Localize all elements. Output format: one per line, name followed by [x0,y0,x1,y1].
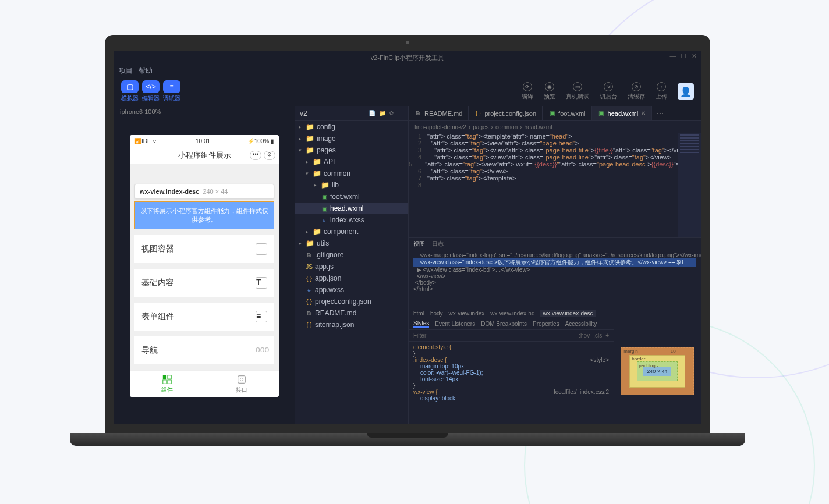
list-item[interactable]: 导航ooo [134,336,274,364]
phone-tabbar: 组件 接口 [130,370,279,397]
main-panels: iphone6 100% 📶IDE ᯤ 10:01 ⚡100% ▮ 小程序组件展… [114,106,701,424]
file-item[interactable]: { } app.json [295,272,408,284]
devtab-log[interactable]: 日志 [432,240,444,248]
devtab-view[interactable]: 视图 [413,240,425,248]
styles-tab[interactable]: Properties [533,321,559,327]
styles-tab[interactable]: Event Listeners [435,321,475,327]
add-rule-icon[interactable]: + [605,332,609,339]
menu-help[interactable]: 帮助 [139,66,153,76]
file-item[interactable]: { } project.config.json [295,296,408,307]
editor-tabs: 🗎README.md{ }project.config.json▣foot.wx… [409,106,701,121]
svg-rect-3 [168,379,171,383]
menu-project[interactable]: 项目 [119,66,133,76]
debugger-label: 调试器 [163,94,180,102]
navbar-title: 小程序组件展示 [178,150,231,161]
cls-toggle[interactable]: .cls [593,332,602,339]
styles-filter-row: Filter :hov .cls + [409,330,614,342]
folder-item[interactable]: ▸📁 utils [295,237,408,249]
folder-item[interactable]: ▾📁 pages [295,144,408,156]
upload-button[interactable]: ↑上传 [656,82,667,101]
preview-button[interactable]: ◉预览 [544,82,555,101]
list-item[interactable]: 基础内容T [134,269,274,297]
file-item[interactable]: 🗎 .gitignore [295,249,408,261]
inspected-element[interactable]: 以下将展示小程序官方组件能力，组件样式仅供参考。 [134,201,274,229]
tab-api[interactable]: 接口 [204,371,279,397]
list-item[interactable]: 表单组件≡ [134,303,274,331]
code-editor[interactable]: 1"attr"> class="tag"><template"attr"> na… [409,133,701,237]
file-item[interactable]: 🗎 README.md [295,307,408,319]
window-controls: — ☐ ✕ [669,52,697,59]
project-name: v2 [300,109,307,118]
svg-rect-4 [238,375,246,383]
editor-column: 🗎README.md{ }project.config.json▣foot.wx… [409,106,701,424]
user-avatar[interactable]: 👤 [678,83,694,100]
navbar-close-icon[interactable]: ⊙ [264,151,275,160]
window-title: v2-FinClip小程序开发工具 [371,54,445,62]
folder-item[interactable]: ▸📁 config [295,121,408,133]
phone-body[interactable]: wx-view.index-desc240 × 44 以下将展示小程序官方组件能… [130,164,279,370]
compile-button[interactable]: ⟳编译 [522,82,533,101]
folder-item[interactable]: ▸📁 component [295,226,408,237]
dom-path-segment[interactable]: wx-view.index-desc [540,310,595,317]
dom-path-segment[interactable]: html [413,310,424,317]
refresh-icon[interactable]: ⟳ [389,110,394,116]
tabs-more-icon[interactable]: ⋯ [652,106,668,120]
file-item[interactable]: # index.wxss [295,214,408,226]
file-item[interactable]: JS app.js [295,261,408,272]
remote-debug-button[interactable]: ▭真机调试 [566,82,589,101]
maximize-button[interactable]: ☐ [680,52,687,59]
filter-input[interactable]: Filter [413,332,426,339]
styles-tab[interactable]: Styles [413,320,429,328]
dom-selected-line[interactable]: <wx-view class="index-desc">以下将展示小程序官方组件… [413,258,696,267]
navbar-more-icon[interactable]: ••• [250,151,261,160]
laptop-frame: v2-FinClip小程序开发工具 — ☐ ✕ 项目 帮助 ▢模拟器 </>编辑… [105,35,710,446]
laptop-camera [406,41,409,44]
editor-tab[interactable]: ▣head.wxml✕ [592,106,653,120]
folder-item[interactable]: ▸📁 image [295,133,408,144]
styles-tab[interactable]: Accessibility [565,321,597,327]
battery-icon: ⚡100% ▮ [247,138,274,144]
dom-inspector[interactable]: <wx-image class="index-logo" src="../res… [409,250,701,308]
phone-statusbar: 📶IDE ᯤ 10:01 ⚡100% ▮ [130,135,279,147]
clear-cache-button[interactable]: ⊘清缓存 [628,82,645,101]
tab-close-icon[interactable]: ✕ [641,110,646,116]
simulator-panel: iphone6 100% 📶IDE ᯤ 10:01 ⚡100% ▮ 小程序组件展… [114,106,295,424]
editor-tab[interactable]: { }project.config.json [469,106,543,120]
file-item[interactable]: ▣ foot.wxml [295,191,408,203]
dom-path-segment[interactable]: wx-view.index [449,310,485,317]
simulator-device-label[interactable]: iphone6 100% [114,106,295,118]
folder-item[interactable]: ▸📁 API [295,156,408,168]
folder-item[interactable]: ▾📁 common [295,168,408,179]
editor-label: 编辑器 [142,94,160,102]
devtools-panel: 视图 日志 <wx-image class="index-logo" src="… [409,237,701,424]
editor-tab[interactable]: 🗎README.md [409,106,469,120]
styles-tabs: StylesEvent ListenersDOM BreakpointsProp… [409,318,614,330]
editor-toggle[interactable]: </> [142,80,160,93]
menubar: 项目 帮助 [114,64,701,77]
new-file-icon[interactable]: 📄 [369,110,375,116]
background-button[interactable]: ⇲切后台 [600,82,617,101]
new-folder-icon[interactable]: 📁 [379,110,386,116]
css-rules[interactable]: element.style { } .index-desc {<style> m… [409,342,614,424]
close-button[interactable]: ✕ [690,52,697,59]
file-item[interactable]: ▣ head.wxml [295,203,408,214]
styles-tab[interactable]: DOM Breakpoints [481,321,527,327]
styles-panel: StylesEvent ListenersDOM BreakpointsProp… [409,318,614,424]
list-item[interactable]: 视图容器 [134,235,274,263]
minimize-button[interactable]: — [669,52,676,59]
file-item[interactable]: { } sitemap.json [295,319,408,331]
box-model-viewer: margin 10 border padding - 240 × 44 [614,318,701,424]
tab-components[interactable]: 组件 [130,371,204,397]
more-icon[interactable]: ⋯ [398,110,403,116]
minimap[interactable] [678,133,701,237]
file-item[interactable]: # app.wxss [295,284,408,296]
dom-path-segment[interactable]: wx-view.index-hd [490,310,534,317]
simulator-toggle[interactable]: ▢ [121,80,139,93]
svg-rect-0 [163,375,166,378]
debugger-toggle[interactable]: ≡ [163,80,180,93]
hov-toggle[interactable]: :hov [579,332,590,339]
dom-path-segment[interactable]: body [430,310,443,317]
editor-tab[interactable]: ▣foot.wxml [543,106,591,120]
folder-item[interactable]: ▸📁 lib [295,179,408,191]
breadcrumb[interactable]: fino-applet-demo-v2 › pages › common › h… [409,121,701,133]
